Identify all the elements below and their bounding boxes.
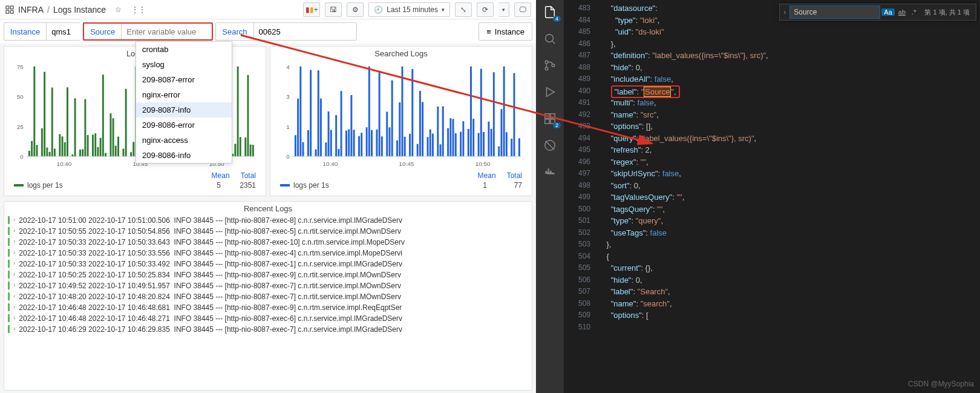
- share-icon[interactable]: ⋮⋮: [130, 2, 147, 17]
- log-line[interactable]: ›2022-10-17 10:50:25 2022-10-17 10:50:25…: [8, 269, 528, 280]
- svg-rect-141: [381, 136, 383, 156]
- time-range-picker[interactable]: 🕘 Last 15 minutes ▾: [368, 2, 450, 17]
- dropdown-item[interactable]: crontab: [136, 42, 232, 57]
- explorer-icon[interactable]: 4: [543, 5, 557, 19]
- var-search-input[interactable]: [253, 23, 356, 40]
- code-editor[interactable]: "datasource": "type": "loki", "uid": "ds…: [598, 0, 980, 393]
- svg-rect-29: [79, 150, 81, 156]
- svg-rect-108: [297, 99, 299, 156]
- log-line[interactable]: ›2022-10-17 10:50:33 2022-10-17 10:50:33…: [8, 259, 528, 269]
- svg-rect-212: [546, 171, 547, 173]
- log-line[interactable]: ›2022-10-17 10:46:48 2022-10-17 10:46:48…: [8, 313, 528, 324]
- watermark: CSDN @MyySophia: [908, 380, 974, 388]
- svg-rect-160: [430, 130, 431, 157]
- refresh-menu[interactable]: ▾: [498, 2, 509, 17]
- svg-rect-115: [315, 150, 317, 157]
- dropdown-item[interactable]: nginx-access: [136, 133, 232, 148]
- svg-rect-1: [10, 6, 13, 9]
- save-button[interactable]: 🖫: [325, 2, 342, 17]
- svg-rect-190: [506, 132, 508, 156]
- svg-rect-130: [353, 130, 355, 156]
- svg-rect-116: [318, 70, 319, 156]
- dropdown-item[interactable]: 209-8086-error: [136, 117, 232, 133]
- svg-rect-123: [335, 115, 337, 156]
- svg-rect-173: [462, 121, 464, 156]
- add-panel-button[interactable]: ▮▮+: [303, 2, 320, 17]
- col-mean: Mean: [212, 171, 230, 180]
- svg-rect-2: [10, 10, 13, 13]
- panel-recent-logs[interactable]: Rencent Logs ›2022-10-17 10:51:00 2022-1…: [4, 201, 532, 391]
- svg-rect-177: [472, 119, 474, 156]
- svg-rect-97: [252, 145, 254, 156]
- var-source-input[interactable]: [121, 24, 212, 39]
- svg-rect-193: [513, 73, 515, 157]
- folder-name[interactable]: INFRA: [18, 5, 44, 15]
- dropdown-item[interactable]: nginx-error: [136, 87, 232, 102]
- log-line[interactable]: ›2022-10-17 10:50:33 2022-10-17 10:50:33…: [8, 248, 528, 259]
- refresh-button[interactable]: ⟳: [477, 2, 494, 17]
- dropdown-item[interactable]: syslog: [136, 57, 232, 72]
- svg-point-202: [545, 61, 548, 64]
- log-line[interactable]: ›2022-10-17 10:46:48 2022-10-17 10:46:48…: [8, 302, 528, 313]
- run-debug-icon[interactable]: [543, 85, 557, 99]
- star-icon[interactable]: ☆: [109, 2, 126, 17]
- svg-rect-135: [366, 127, 368, 156]
- dropdown-item[interactable]: 209-8087-error: [136, 72, 232, 87]
- dropdown-item[interactable]: 209-8086-info: [136, 148, 232, 163]
- var-instance-select[interactable]: qms1: [46, 23, 83, 40]
- source-control-icon[interactable]: [543, 58, 557, 73]
- log-line[interactable]: ›2022-10-17 10:48:20 2022-10-17 10:48:20…: [8, 291, 528, 302]
- dropdown-item[interactable]: 209-8087-info: [136, 102, 232, 117]
- svg-rect-167: [447, 128, 449, 157]
- extensions-icon[interactable]: 2: [543, 111, 557, 126]
- svg-rect-15: [44, 72, 45, 157]
- svg-rect-3: [6, 10, 9, 13]
- svg-rect-188: [500, 109, 502, 156]
- log-line[interactable]: ›2022-10-17 10:51:00 2022-10-17 10:51:00…: [8, 215, 528, 226]
- svg-rect-159: [427, 137, 429, 156]
- log-line[interactable]: ›2022-10-17 10:50:55 2022-10-17 10:50:54…: [8, 226, 528, 237]
- remote-icon[interactable]: [543, 138, 557, 153]
- svg-text:75: 75: [17, 64, 24, 70]
- svg-rect-172: [460, 132, 462, 157]
- log-line[interactable]: ›2022-10-17 10:46:29 2022-10-17 10:46:29…: [8, 324, 528, 335]
- svg-rect-27: [74, 98, 76, 156]
- svg-rect-16: [46, 148, 48, 157]
- regex-icon[interactable]: .*: [909, 8, 918, 16]
- svg-rect-19: [54, 149, 56, 157]
- dashboard-topbar: INFRA / Logs Instance ☆ ⋮⋮ ▮▮+ 🖫 ⚙ 🕘 Las…: [0, 0, 536, 19]
- svg-rect-143: [386, 111, 388, 156]
- svg-rect-43: [115, 146, 117, 157]
- whole-word-icon[interactable]: ab: [896, 8, 908, 16]
- zoom-out-button[interactable]: ⤡: [455, 2, 472, 17]
- line-gutter: 4834844854864874884894904914924934944954…: [564, 0, 598, 393]
- log-line[interactable]: ›2022-10-17 10:49:52 2022-10-17 10:49:51…: [8, 280, 528, 291]
- expand-replace-icon[interactable]: ›: [780, 8, 789, 16]
- find-input[interactable]: [789, 5, 880, 19]
- legend-toggle-button[interactable]: ≡ Instance: [479, 22, 532, 41]
- legend-swatch: [280, 184, 290, 187]
- svg-rect-30: [82, 149, 83, 156]
- docker-icon[interactable]: [543, 165, 557, 179]
- svg-text:10:40: 10:40: [56, 160, 71, 167]
- var-search-label: Search: [216, 27, 253, 36]
- svg-rect-0: [6, 6, 9, 9]
- log-line[interactable]: ›2022-10-17 10:50:33 2022-10-17 10:50:33…: [8, 237, 528, 248]
- svg-rect-21: [59, 134, 60, 157]
- svg-rect-213: [547, 171, 549, 173]
- col-total: Total: [241, 171, 256, 180]
- svg-rect-119: [325, 142, 327, 156]
- chart-searched: 013410:4010:4510:50: [275, 60, 527, 169]
- page-title[interactable]: Logs Instance: [53, 5, 106, 15]
- settings-button[interactable]: ⚙: [347, 2, 364, 17]
- match-case-icon[interactable]: Aa: [881, 8, 894, 16]
- svg-rect-181: [483, 132, 485, 156]
- panel-title: Searched Logs: [275, 49, 527, 60]
- svg-rect-26: [71, 154, 73, 156]
- tv-mode-button[interactable]: 🖵: [514, 2, 531, 17]
- svg-rect-180: [480, 69, 482, 157]
- search-icon[interactable]: [543, 31, 557, 46]
- svg-rect-95: [247, 75, 249, 157]
- panel-searched-logs[interactable]: Searched Logs 013410:4010:4510:50 MeanTo…: [270, 46, 532, 196]
- svg-rect-117: [320, 99, 322, 157]
